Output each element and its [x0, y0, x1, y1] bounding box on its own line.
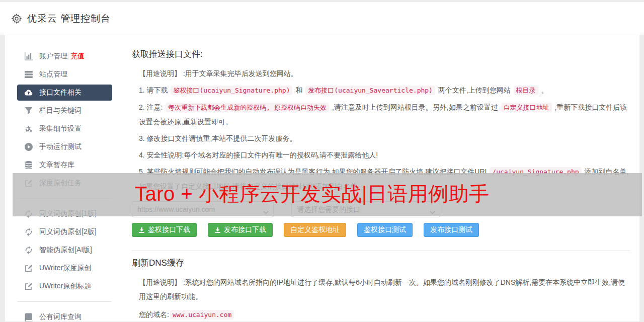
edit-icon: [24, 264, 33, 273]
sidebar-item-label: 站点管理: [39, 70, 67, 79]
refresh-icon: [24, 227, 33, 236]
paragraph-text: ,请注意及时上传到网站根目录。另外,如果之前设置过: [330, 103, 500, 111]
download-button[interactable]: 发布接口下载: [208, 223, 273, 237]
sidebar-item[interactable]: 同义词伪原创[2版]: [5, 223, 127, 241]
sidebar-item-label: 账户管理: [39, 52, 67, 61]
selects-row: https://www.ucaiyun.com 请选择您需要的接口: [132, 201, 630, 217]
inline-code: 根目录: [514, 86, 538, 95]
test-button[interactable]: 鉴权接口测试: [357, 223, 413, 237]
usage-note-dns: 【用途说明】 :系统对您的网站域名所指向的IP地址进行了缓存,默认每6小时自动刷…: [132, 275, 630, 303]
button-label: 自定义鉴权地址: [290, 225, 340, 234]
sidebar-item[interactable]: 公有词库查询: [5, 308, 127, 322]
refresh-icon: [24, 246, 33, 255]
download-button[interactable]: 鉴权接口下载: [132, 223, 197, 237]
download-icon: [214, 227, 221, 233]
paragraph-text: 和: [293, 86, 304, 94]
button-label: 发布接口测试: [430, 225, 472, 234]
edit-icon: [24, 179, 33, 188]
sidebar-item-label: 智能伪原创[AI版]: [39, 246, 92, 255]
inline-code: /ucaiyun_Signature.php: [490, 167, 581, 177]
paragraph-text: 4. 安全性说明:每个域名对应的接口文件内有唯一的授权码,请不要泄露给他人!: [139, 151, 378, 159]
api-instructions: 1. 请下载 鉴权接口(ucaiyun_Signature.php) 和 发布接…: [132, 83, 630, 193]
database-icon: [24, 160, 33, 170]
instruction-paragraph: 5. 某些防火墙规则可能会把我们的自动发布误认为是黑客行为,如果您的服务器开启了…: [132, 165, 630, 193]
sidebar-item-label: 接口文件相关: [39, 88, 82, 97]
domain-value: www.ucaiyun.com: [170, 310, 234, 319]
sidebar-item[interactable]: 深度原创任务: [5, 174, 127, 192]
server-icon: [24, 70, 33, 79]
funnel-icon: [24, 106, 33, 115]
sidebar-item[interactable]: 接口文件相关: [17, 85, 112, 101]
domain-label: 您的域名:: [139, 310, 169, 318]
inline-code: 每次重新下载都会生成新的授权码, 原授权码自动失效: [166, 103, 329, 112]
interface-select-wrap: 请选择您需要的接口: [291, 201, 440, 217]
app-title: 优采云 管理控制台: [27, 12, 111, 25]
paragraph-text: 3. 修改接口文件请慎重,本站不提供二次开发服务。: [139, 134, 296, 142]
instruction-paragraph: 4. 安全性说明:每个域名对应的接口文件内有唯一的授权码,请不要泄露给他人!: [132, 148, 630, 162]
sidebar-item[interactable]: 账户管理充值: [5, 47, 127, 65]
sidebar-divider: [17, 198, 112, 199]
button-label: 鉴权接口下载: [148, 225, 190, 234]
sidebar-item-label: 同义词伪原创[2版]: [39, 227, 97, 236]
sidebar-item-label: UWriter深度原创: [39, 264, 91, 273]
paragraph-text: 5. 某些防火墙规则可能会把我们的自动发布误认为是黑客行为,如果您的服务器开启了…: [139, 168, 489, 176]
sidebar-menu: 账户管理充值站点管理接口文件相关栏目与关键词采集细节设置手动运行测试文章暂存库深…: [5, 35, 127, 321]
bar-chart-icon: [24, 52, 33, 61]
edit-icon: [24, 282, 33, 291]
sidebar-item[interactable]: UWriter原创标题: [5, 277, 127, 295]
sidebar-divider: [17, 301, 112, 302]
paragraph-text: 。: [539, 86, 548, 94]
sidebar-item-label: UWriter原创标题: [39, 282, 91, 291]
instruction-paragraph: 3. 修改接口文件请慎重,本站不提供二次开发服务。: [132, 131, 630, 145]
sidebar-item-label: 栏目与关键词: [39, 106, 82, 115]
sidebar-item[interactable]: 采集细节设置: [5, 120, 127, 138]
sidebar-item[interactable]: 站点管理: [5, 65, 127, 84]
gears-icon: [24, 124, 33, 133]
recharge-badge[interactable]: 充值: [70, 52, 85, 61]
sidebar-item[interactable]: 手动运行测试: [5, 138, 127, 156]
inline-code: 自定义接口地址: [501, 103, 552, 112]
paragraph-text: 2. 注意:: [139, 103, 165, 111]
test-button[interactable]: 发布接口测试: [424, 223, 479, 237]
sidebar-item-label: 深度原创任务: [39, 179, 82, 188]
instruction-paragraph: 1. 请下载 鉴权接口(ucaiyun_Signature.php) 和 发布接…: [132, 83, 630, 98]
interface-select[interactable]: 请选择您需要的接口: [291, 201, 440, 217]
usage-note-api: 【用途说明】 :用于文章采集完毕后发送到您网站。: [132, 66, 630, 80]
action-buttons: 鉴权接口下载发布接口下载自定义鉴权地址鉴权接口测试发布接口测试: [132, 223, 630, 237]
book-icon: [24, 312, 33, 321]
paragraph-text: 1. 请下载: [139, 86, 170, 94]
sidebar-item-label: 公有词库查询: [39, 312, 82, 321]
cloud-upload-icon: [24, 88, 33, 97]
section-title-api: 获取推送接口文件:: [132, 48, 630, 60]
refresh-icon: [24, 209, 33, 218]
download-icon: [138, 227, 145, 233]
section-title-dns: 刷新DNS缓存: [132, 257, 630, 269]
site-select[interactable]: https://www.ucaiyun.com: [132, 201, 274, 217]
sidebar-item[interactable]: UWriter深度原创: [5, 259, 127, 277]
section-divider: [132, 251, 630, 251]
main-content: 获取推送接口文件: 【用途说明】 :用于文章采集完毕后发送到您网站。 1. 请下…: [127, 35, 639, 321]
content-card: 账户管理充值站点管理接口文件相关栏目与关键词采集细节设置手动运行测试文章暂存库深…: [5, 35, 639, 321]
sidebar-item-label: 同义词伪原创[1版]: [39, 209, 97, 218]
gear-icon: [11, 13, 22, 24]
play-icon: [24, 142, 33, 151]
sidebar-item-label: 采集细节设置: [39, 124, 82, 133]
sidebar-item-label: 文章暂存库: [39, 160, 74, 170]
instruction-paragraph: 2. 注意: 每次重新下载都会生成新的授权码, 原授权码自动失效 ,请注意及时上…: [132, 100, 630, 129]
sidebar-item[interactable]: 栏目与关键词: [5, 102, 127, 120]
button-label: 发布接口下载: [224, 225, 266, 234]
sidebar-item-label: 手动运行测试: [39, 142, 82, 151]
sidebar-item[interactable]: 智能伪原创[AI版]: [5, 241, 127, 259]
inline-code: 发布接口(ucaiyun_Savearticle.php): [305, 86, 435, 95]
sidebar-item[interactable]: 文章暂存库: [5, 156, 127, 174]
paragraph-text: 两个文件,上传到您网站: [436, 86, 513, 94]
custom-auth-button[interactable]: 自定义鉴权地址: [284, 223, 346, 237]
button-label: 鉴权接口测试: [364, 225, 406, 234]
site-select-wrap: https://www.ucaiyun.com: [132, 201, 274, 217]
app-header: 优采云 管理控制台: [0, 2, 644, 35]
domain-line: 您的域名:www.ucaiyun.com: [132, 307, 630, 322]
sidebar-item[interactable]: 同义词伪原创[1版]: [5, 205, 127, 223]
inline-code: 鉴权接口(ucaiyun_Signature.php): [171, 86, 292, 95]
